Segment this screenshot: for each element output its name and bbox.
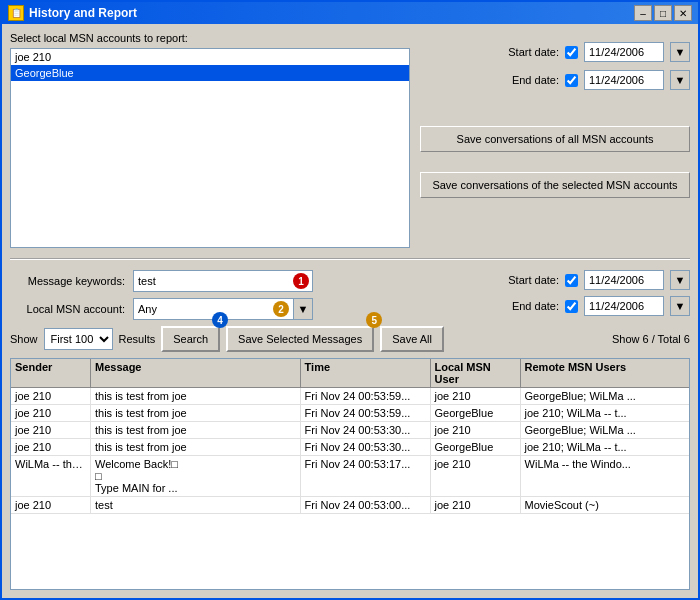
header-message[interactable]: Message <box>91 359 301 387</box>
title-bar-left: 📋 History and Report <box>8 5 137 21</box>
cell-local: GeorgeBlue <box>431 405 521 421</box>
show-select[interactable]: First 100 First 50 All <box>44 328 113 350</box>
account-label: Local MSN account: <box>10 303 125 315</box>
keywords-label: Message keywords: <box>10 275 125 287</box>
top-end-date-label: End date: <box>494 74 559 86</box>
cell-remote: GeorgeBlue; WiLMa ... <box>521 388 689 404</box>
cell-message: test <box>91 497 301 513</box>
search-button[interactable]: Search <box>161 326 220 352</box>
cell-local: joe 210 <box>431 422 521 438</box>
minimize-button[interactable]: – <box>634 5 652 21</box>
right-search: Start date: ▼ End date: ▼ <box>420 270 690 316</box>
save-selected-button[interactable]: Save Selected Messages <box>226 326 374 352</box>
save-all-accounts-button[interactable]: Save conversations of all MSN accounts <box>420 126 690 152</box>
save-selected-accounts-button[interactable]: Save conversations of the selected MSN a… <box>420 172 690 198</box>
top-section: Select local MSN accounts to report: joe… <box>10 32 690 248</box>
cell-time: Fri Nov 24 00:53:30... <box>301 422 431 438</box>
cell-remote: joe 210; WiLMa -- t... <box>521 405 689 421</box>
top-end-date-input[interactable] <box>584 70 664 90</box>
top-start-date-label: Start date: <box>494 46 559 58</box>
cell-local: GeorgeBlue <box>431 439 521 455</box>
cell-local: joe 210 <box>431 456 521 496</box>
table-row[interactable]: joe 210 this is test from joe Fri Nov 24… <box>11 388 689 405</box>
main-content: Select local MSN accounts to report: joe… <box>2 24 698 598</box>
header-remote[interactable]: Remote MSN Users <box>521 359 689 387</box>
results-label: Results <box>119 333 156 345</box>
cell-sender: joe 210 <box>11 497 91 513</box>
cell-message: this is test from joe <box>91 422 301 438</box>
table-row[interactable]: joe 210 this is test from joe Fri Nov 24… <box>11 422 689 439</box>
cell-remote: joe 210; WiLMa -- t... <box>521 439 689 455</box>
search-full-row: Message keywords: 1 Local MSN account: A… <box>10 270 690 320</box>
header-time[interactable]: Time <box>301 359 431 387</box>
search-start-dropdown[interactable]: ▼ <box>670 270 690 290</box>
close-button[interactable]: ✕ <box>674 5 692 21</box>
account-item[interactable]: joe 210 <box>11 49 409 65</box>
title-bar: 📋 History and Report – □ ✕ <box>2 2 698 24</box>
window-title: History and Report <box>29 6 137 20</box>
keywords-badge: 1 <box>293 273 309 289</box>
accounts-list[interactable]: joe 210GeorgeBlue <box>10 48 410 248</box>
results-body[interactable]: joe 210 this is test from joe Fri Nov 24… <box>11 388 689 589</box>
table-row[interactable]: WiLMa -- the Wi... Welcome Back!□□Type M… <box>11 456 689 497</box>
cell-time: Fri Nov 24 00:53:17... <box>301 456 431 496</box>
main-window: 📋 History and Report – □ ✕ Select local … <box>0 0 700 600</box>
left-search: Message keywords: 1 Local MSN account: A… <box>10 270 410 320</box>
top-end-date-row: End date: ▼ <box>420 70 690 90</box>
top-start-date-checkbox[interactable] <box>565 46 578 59</box>
table-row[interactable]: joe 210 test Fri Nov 24 00:53:00... joe … <box>11 497 689 514</box>
header-local[interactable]: Local MSN User <box>431 359 521 387</box>
maximize-button[interactable]: □ <box>654 5 672 21</box>
results-table: Sender Message Time Local MSN User Remot… <box>10 358 690 590</box>
search-start-checkbox[interactable] <box>565 274 578 287</box>
search-end-dropdown[interactable]: ▼ <box>670 296 690 316</box>
top-start-date-input[interactable] <box>584 42 664 62</box>
keywords-row: Message keywords: 1 <box>10 270 410 292</box>
cell-local: joe 210 <box>431 388 521 404</box>
save-selected-badge: 5 <box>366 312 382 328</box>
save-all-button[interactable]: Save All <box>380 326 444 352</box>
account-item[interactable]: GeorgeBlue <box>11 65 409 81</box>
show-action-row: Show First 100 First 50 All Results Sear… <box>10 326 690 352</box>
search-section: Message keywords: 1 Local MSN account: A… <box>10 270 690 320</box>
top-right-panel: Start date: ▼ End date: ▼ Save conversat… <box>420 32 690 248</box>
cell-message: this is test from joe <box>91 439 301 455</box>
account-badge: 2 <box>273 301 289 317</box>
top-end-date-dropdown[interactable]: ▼ <box>670 70 690 90</box>
cell-sender: joe 210 <box>11 388 91 404</box>
cell-sender: joe 210 <box>11 439 91 455</box>
cell-message: this is test from joe <box>91 405 301 421</box>
cell-time: Fri Nov 24 00:53:59... <box>301 388 431 404</box>
cell-time: Fri Nov 24 00:53:30... <box>301 439 431 455</box>
table-row[interactable]: joe 210 this is test from joe Fri Nov 24… <box>11 439 689 456</box>
cell-remote: WiLMa -- the Windo... <box>521 456 689 496</box>
cell-time: Fri Nov 24 00:53:00... <box>301 497 431 513</box>
keywords-input[interactable] <box>133 270 313 292</box>
results-header: Sender Message Time Local MSN User Remot… <box>11 359 689 388</box>
separator <box>10 258 690 260</box>
account-row: Local MSN account: Any joe 210 GeorgeBlu… <box>10 298 410 320</box>
show-label: Show <box>10 333 38 345</box>
cell-time: Fri Nov 24 00:53:59... <box>301 405 431 421</box>
cell-message: Welcome Back!□□Type MAIN for ... <box>91 456 301 496</box>
cell-remote: GeorgeBlue; WiLMa ... <box>521 422 689 438</box>
title-bar-buttons: – □ ✕ <box>634 5 692 21</box>
search-start-date-row: Start date: ▼ <box>420 270 690 290</box>
top-end-date-checkbox[interactable] <box>565 74 578 87</box>
top-start-date-dropdown[interactable]: ▼ <box>670 42 690 62</box>
show-total: Show 6 / Total 6 <box>612 333 690 345</box>
search-end-date-row: End date: ▼ <box>420 296 690 316</box>
accounts-panel: Select local MSN accounts to report: joe… <box>10 32 410 248</box>
table-row[interactable]: joe 210 this is test from joe Fri Nov 24… <box>11 405 689 422</box>
search-end-input[interactable] <box>584 296 664 316</box>
search-end-label: End date: <box>494 300 559 312</box>
search-end-checkbox[interactable] <box>565 300 578 313</box>
window-icon: 📋 <box>8 5 24 21</box>
cell-sender: WiLMa -- the Wi... <box>11 456 91 496</box>
accounts-label: Select local MSN accounts to report: <box>10 32 410 44</box>
header-sender[interactable]: Sender <box>11 359 91 387</box>
search-start-input[interactable] <box>584 270 664 290</box>
cell-local: joe 210 <box>431 497 521 513</box>
cell-remote: MovieScout (~) <box>521 497 689 513</box>
top-start-date-row: Start date: ▼ <box>420 42 690 62</box>
